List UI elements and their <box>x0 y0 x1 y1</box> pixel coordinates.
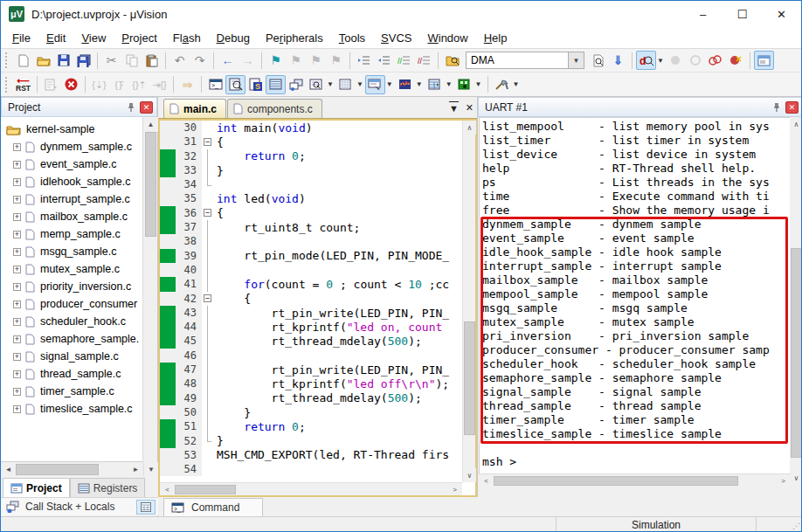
close-button[interactable]: ✕ <box>762 1 801 27</box>
resize-grip[interactable]: ⋰ <box>757 517 802 532</box>
scroll-right-icon[interactable]: ► <box>128 462 143 476</box>
navigate-back-icon[interactable]: ← <box>218 51 238 70</box>
tree-item[interactable]: +signal_sample.c <box>1 348 143 365</box>
expand-icon[interactable]: + <box>13 178 21 186</box>
open-file-button[interactable] <box>33 51 53 70</box>
analyzer-dropdown-icon[interactable]: ▼ <box>416 80 423 88</box>
uart-panel-close-icon[interactable]: ✕ <box>785 101 799 114</box>
tree-item[interactable]: +scheduler_hook.c <box>1 313 143 330</box>
disable-all-breakpoints-icon[interactable] <box>706 51 726 70</box>
kill-all-breakpoints-icon[interactable] <box>666 51 686 70</box>
minimize-button[interactable]: – <box>683 1 722 27</box>
reset-button[interactable]: ⟵RST <box>13 75 33 94</box>
call-stack-window-icon[interactable] <box>286 75 306 94</box>
code-line[interactable]: 48 rt_kprintf("led off\r\n"); <box>160 377 462 390</box>
tree-item[interactable]: +priority_inversion.c <box>1 278 143 295</box>
code-line[interactable]: 37 rt_uint8_t count; <box>160 220 462 234</box>
code-line[interactable]: 52} <box>160 434 462 448</box>
toolbox-dropdown-icon[interactable]: ▼ <box>475 80 482 88</box>
toolbar-grip[interactable] <box>5 77 10 93</box>
expand-icon[interactable]: + <box>13 388 21 396</box>
tree-item[interactable]: +memp_sample.c <box>1 225 143 243</box>
menu-project[interactable]: Project <box>114 29 164 47</box>
scroll-thumb[interactable] <box>791 248 802 458</box>
expand-icon[interactable]: + <box>13 318 21 326</box>
download-icon[interactable]: ⇓ <box>608 51 628 70</box>
scroll-thumb[interactable] <box>175 485 236 494</box>
system-viewer-dropdown-icon[interactable]: ▼ <box>446 80 453 88</box>
scroll-left-icon[interactable]: < <box>479 474 494 487</box>
memory-window-icon[interactable] <box>335 75 356 94</box>
window-list-icon[interactable]: ▼ <box>449 101 459 114</box>
expand-icon[interactable]: + <box>13 143 21 151</box>
start-stop-debug-icon[interactable]: d <box>636 51 656 70</box>
code-line[interactable]: 35int led(void) <box>160 191 462 205</box>
tree-item[interactable]: +semaphore_sample. <box>1 330 143 348</box>
code-line[interactable]: 33} <box>160 163 462 177</box>
expand-icon[interactable]: + <box>13 161 21 169</box>
scroll-left-icon[interactable]: ◄ <box>1 462 16 476</box>
toolbar-grip[interactable] <box>5 52 10 68</box>
menu-svcs[interactable]: SVCS <box>373 29 419 47</box>
scroll-up-icon[interactable]: ▲ <box>143 117 158 131</box>
code-line[interactable]: 50 } <box>160 405 462 419</box>
tree-root-kernel-sample[interactable]: kernel-sample <box>1 121 143 138</box>
scroll-right-icon[interactable]: > <box>776 474 791 487</box>
callstack-bar[interactable]: Call Stack + Locals <box>1 497 158 515</box>
insert-bookmark-icon[interactable]: ⚑ <box>266 51 286 70</box>
project-tree-vscrollbar[interactable]: ▲ <box>142 117 157 462</box>
expand-icon[interactable]: + <box>13 283 21 291</box>
tree-item[interactable]: +mutex_sample.c <box>1 260 143 278</box>
scroll-up-icon[interactable]: ∧ <box>463 121 476 135</box>
options-for-target-icon[interactable] <box>754 51 774 70</box>
cut-icon[interactable]: ✂ <box>101 51 121 70</box>
symbols-window-icon[interactable]: S <box>245 75 266 94</box>
clear-bookmarks-icon[interactable]: ⚑ <box>326 51 346 70</box>
scroll-down-icon[interactable]: ∨ <box>463 468 476 482</box>
code-line[interactable]: 39 rt_pin_mode(LED_PIN, PIN_MODE_ <box>160 249 462 263</box>
scroll-thumb[interactable] <box>16 464 99 475</box>
tab-command[interactable]: >_ Command <box>163 498 263 516</box>
undo-icon[interactable]: ↶ <box>169 51 190 70</box>
editor-vscrollbar[interactable]: ∧ ∨ <box>462 121 475 482</box>
serial-dropdown-icon[interactable]: ▼ <box>386 80 393 88</box>
scroll-right-icon[interactable]: > <box>447 483 462 495</box>
code-line[interactable]: 38 <box>160 234 462 248</box>
toolbox-icon[interactable] <box>454 75 474 94</box>
maximize-button[interactable]: ☐ <box>722 1 762 27</box>
fold-toggle-icon[interactable]: − <box>202 135 213 149</box>
tools-dropdown-icon[interactable]: ▼ <box>513 80 520 88</box>
code-line[interactable]: 46 <box>160 349 462 363</box>
scroll-thumb[interactable] <box>464 321 475 435</box>
step-into-icon[interactable]: {⇣} <box>89 75 109 94</box>
tree-item[interactable]: +producer_consumer <box>1 295 143 313</box>
code-line[interactable]: 40 <box>160 263 462 277</box>
code-line[interactable]: 41 for(count = 0 ; count < 10 ;cc <box>160 277 462 291</box>
tree-item[interactable]: +mailbox_sample.c <box>1 208 143 225</box>
menu-window[interactable]: Window <box>419 29 475 47</box>
code-line[interactable]: 49 rt_thread_mdelay(500); <box>160 391 462 405</box>
new-file-button[interactable] <box>13 51 33 70</box>
watch-window-icon[interactable] <box>306 75 326 94</box>
run-to-cursor-line-icon[interactable]: ⇥{} <box>149 75 169 94</box>
uncomment-icon[interactable]: // <box>414 51 434 70</box>
uart-vscrollbar[interactable]: ∧ ∨ <box>790 117 802 484</box>
dma-combobox-value[interactable]: DMA <box>466 52 569 69</box>
menu-debug[interactable]: Debug <box>209 29 258 47</box>
expand-icon[interactable]: + <box>13 353 21 361</box>
code-line[interactable]: 36−{ <box>160 206 462 220</box>
project-tree[interactable]: kernel-sample+dynmem_sample.c+event_samp… <box>1 117 143 462</box>
code-line[interactable]: 34 <box>160 177 462 191</box>
expand-icon[interactable]: + <box>13 248 21 256</box>
code-area[interactable]: 30int main(void)31−{32 return 0;33}3435i… <box>160 121 462 482</box>
scroll-left-icon[interactable]: < <box>160 483 175 495</box>
find-in-files-document-icon[interactable] <box>588 51 608 70</box>
save-button[interactable] <box>53 51 73 70</box>
navigate-forward-icon[interactable]: → <box>238 51 258 70</box>
redo-icon[interactable]: ↷ <box>190 51 210 70</box>
save-all-button[interactable] <box>73 51 93 70</box>
step-over-icon[interactable]: {}⃗ <box>109 75 129 94</box>
tree-item[interactable]: +idlehook_sample.c <box>1 173 143 190</box>
system-viewer-icon[interactable] <box>425 75 445 94</box>
watch-dropdown-icon[interactable]: ▼ <box>327 80 334 88</box>
